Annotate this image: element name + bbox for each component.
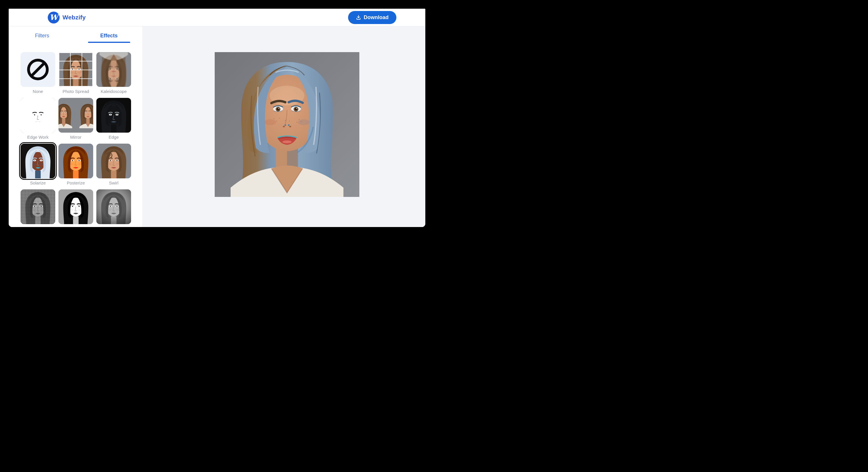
effect-label: Kaleidoscope: [96, 89, 131, 94]
tab-effects[interactable]: Effects: [75, 30, 142, 43]
effect-thumbnail-art: [96, 189, 131, 224]
effect-label: Pinehole: [96, 226, 131, 227]
preview-pane: [143, 26, 425, 227]
effect-tile-mirror[interactable]: [58, 98, 93, 132]
effect-thumbnail-art: [58, 144, 93, 178]
effect-thumbnail-art: [21, 189, 55, 224]
effect-thumbnail-art: [96, 144, 131, 178]
effect-thumbnail-art: [21, 98, 55, 132]
effect-cell-sin-city: Sin City: [58, 189, 93, 227]
tab-underline: [21, 42, 63, 43]
download-icon: [356, 15, 361, 20]
effect-label: Photo Spread: [58, 89, 93, 94]
sidebar: Filters Effects None: [9, 26, 143, 227]
effect-cell-swirl: Swirl: [96, 144, 131, 185]
effect-thumbnail-art: [96, 98, 131, 132]
effect-tile-swirl[interactable]: [96, 144, 131, 178]
tab-bar: Filters Effects: [9, 30, 142, 43]
effect-thumbnail-art: [58, 189, 93, 224]
effect-tile-sin-city[interactable]: [58, 189, 93, 224]
webzify-logo[interactable]: W Webzify: [48, 11, 86, 24]
effect-cell-photo-spread: Photo Spread: [58, 52, 93, 94]
webzify-w-logo-icon: W: [48, 11, 60, 24]
effect-label: Mirror: [58, 135, 93, 140]
tab-filters[interactable]: Filters: [9, 30, 75, 43]
effect-tile-dot-screen[interactable]: [21, 189, 55, 224]
download-button[interactable]: Download: [348, 11, 396, 24]
app-window: W Webzify Download Filters Effects: [9, 9, 425, 227]
effect-tile-none[interactable]: [21, 52, 55, 87]
effect-label: Swirl: [96, 180, 131, 185]
effect-cell-edge-work: Edge Work: [21, 98, 55, 140]
download-label: Download: [364, 14, 389, 21]
effect-thumbnail-art: [21, 144, 55, 178]
prohibition-icon: [21, 52, 55, 87]
effect-label: Solarize: [21, 180, 55, 185]
effect-cell-edge: Edge: [96, 98, 131, 140]
effect-cell-pinehole: Pinehole: [96, 189, 131, 227]
effect-label: Dot Screen: [21, 226, 55, 227]
header: W Webzify Download: [9, 9, 425, 26]
effect-label: Posterize: [58, 180, 93, 185]
effect-cell-mirror: Mirror: [58, 98, 93, 140]
preview-image-solarized-portrait: [215, 52, 359, 197]
effect-tile-photo-spread[interactable]: [58, 52, 93, 87]
effect-label: Edge: [96, 135, 131, 140]
screen-frame: W Webzify Download Filters Effects: [0, 0, 434, 236]
effect-thumbnail-art: [58, 98, 93, 132]
effect-cell-solarize: Solarize: [21, 144, 55, 185]
effects-grid: None Photo Spread: [21, 52, 131, 227]
effect-tile-solarize-selected[interactable]: [21, 144, 55, 178]
tab-active-underline: [88, 42, 130, 43]
effect-tile-posterize[interactable]: [58, 144, 93, 178]
brand-name: Webzify: [62, 14, 86, 21]
effect-label: None: [21, 89, 55, 94]
effect-cell-kaleidoscope: Kaleidoscope: [96, 52, 131, 94]
effect-cell-dot-screen: Dot Screen: [21, 189, 55, 227]
effect-tile-edge-work[interactable]: [21, 98, 55, 132]
effect-label: Sin City: [58, 226, 93, 227]
effect-cell-none: None: [21, 52, 55, 94]
effect-cell-posterize: Posterize: [58, 144, 93, 185]
effect-tile-edge[interactable]: [96, 98, 131, 132]
effect-tile-pinehole[interactable]: [96, 189, 131, 224]
effect-label: Edge Work: [21, 135, 55, 140]
effect-thumbnail-art: [96, 52, 131, 87]
effect-thumbnail-art: [58, 52, 93, 87]
effect-tile-kaleidoscope[interactable]: [96, 52, 131, 87]
